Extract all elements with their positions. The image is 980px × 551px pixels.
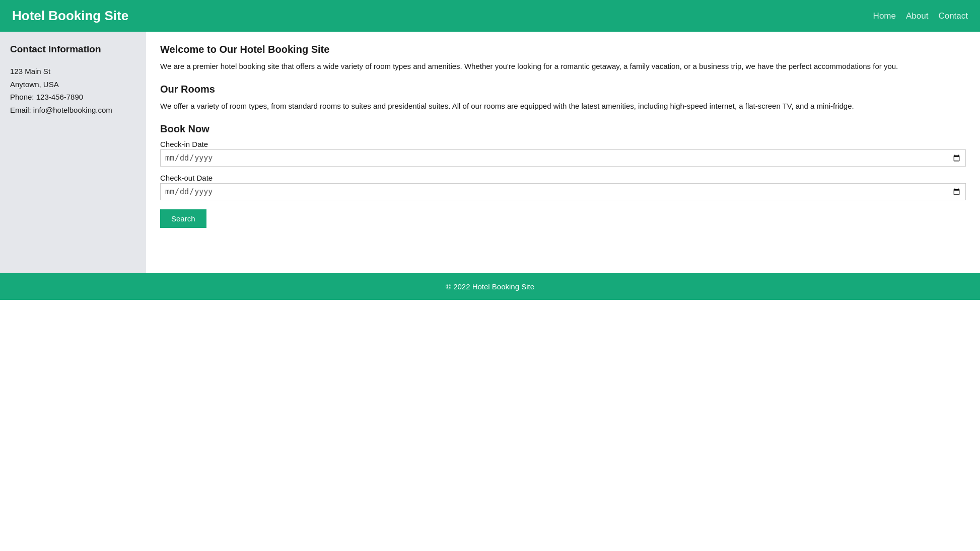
- sidebar: Contact Information 123 Main St Anytown,…: [0, 32, 146, 273]
- rooms-text: We offer a variety of room types, from s…: [160, 100, 966, 112]
- rooms-section: Our Rooms We offer a variety of room typ…: [160, 84, 966, 112]
- main-nav: Home About Contact: [873, 11, 968, 21]
- book-section: Book Now Check-in Date Check-out Date Se…: [160, 123, 966, 228]
- contact-info: 123 Main St Anytown, USA Phone: 123-456-…: [10, 65, 136, 116]
- checkout-group: Check-out Date: [160, 174, 966, 200]
- main-content: Welcome to Our Hotel Booking Site We are…: [146, 32, 980, 273]
- checkout-date-input[interactable]: [160, 183, 966, 200]
- footer-copyright: © 2022 Hotel Booking Site: [446, 282, 534, 291]
- search-button[interactable]: Search: [160, 209, 206, 228]
- welcome-heading: Welcome to Our Hotel Booking Site: [160, 44, 966, 55]
- checkin-group: Check-in Date: [160, 140, 966, 167]
- phone: Phone: 123-456-7890: [10, 91, 136, 104]
- checkin-date-input[interactable]: [160, 149, 966, 167]
- welcome-text: We are a premier hotel booking site that…: [160, 60, 966, 72]
- sidebar-title: Contact Information: [10, 44, 136, 55]
- welcome-section: Welcome to Our Hotel Booking Site We are…: [160, 44, 966, 72]
- email: Email: info@hotelbooking.com: [10, 104, 136, 117]
- site-title: Hotel Booking Site: [12, 8, 128, 24]
- footer: © 2022 Hotel Booking Site: [0, 273, 980, 300]
- checkin-input-wrapper: [160, 149, 966, 167]
- checkout-input-wrapper: [160, 183, 966, 200]
- nav-home[interactable]: Home: [873, 11, 896, 21]
- address-line2: Anytown, USA: [10, 78, 136, 91]
- address-line1: 123 Main St: [10, 65, 136, 78]
- nav-contact[interactable]: Contact: [938, 11, 968, 21]
- nav-about[interactable]: About: [906, 11, 928, 21]
- book-heading: Book Now: [160, 123, 966, 135]
- checkout-label: Check-out Date: [160, 174, 966, 182]
- rooms-heading: Our Rooms: [160, 84, 966, 95]
- checkin-label: Check-in Date: [160, 140, 966, 148]
